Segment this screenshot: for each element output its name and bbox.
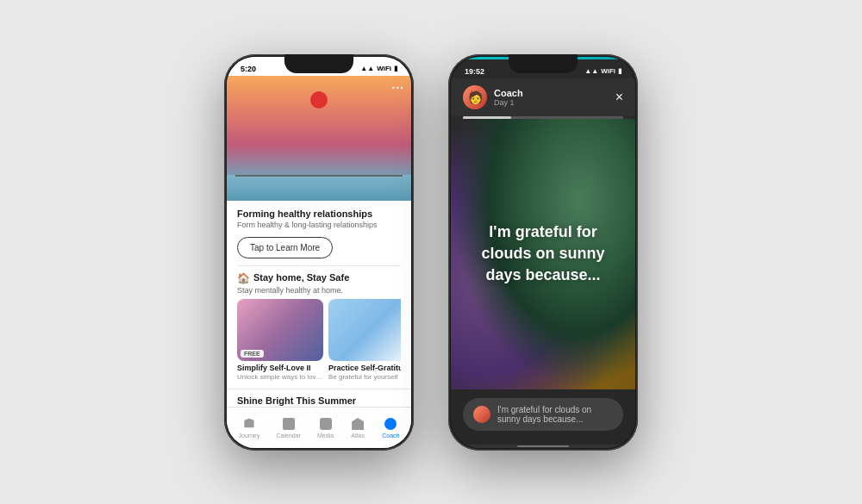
card-1-title: Simplify Self-Love II: [237, 364, 323, 373]
input-area[interactable]: I'm grateful for clouds on sunny days be…: [451, 389, 635, 445]
status-icons-left: ▲▲ WiFi ▮: [360, 65, 397, 72]
tab-bar: Journey Calendar Media Atlas: [227, 407, 411, 448]
tab-journey[interactable]: Journey: [239, 416, 260, 439]
shine-title: Shine Bright This Summer: [237, 395, 401, 407]
status-bar-left: 5:20 ▲▲ WiFi ▮: [227, 57, 411, 76]
coach-name: Coach: [494, 88, 523, 98]
status-icons-right: ▲▲ WiFi ▮: [584, 67, 622, 75]
card-2[interactable]: Practice Self-Gratitude Be grateful for …: [328, 299, 401, 381]
stay-home-emoji: 🏠: [237, 272, 250, 284]
coach-header: 🧑 Coach Day 1 ×: [451, 78, 635, 116]
content-area: Forming healthy relationships Form healt…: [227, 201, 411, 389]
coach-day: Day 1: [494, 98, 523, 107]
coach-info: 🧑 Coach Day 1: [463, 85, 523, 109]
section-subtitle: Form healthy & long-lasting relationship…: [237, 221, 401, 231]
free-badge: FREE: [240, 350, 264, 358]
time-left: 5:20: [240, 65, 256, 73]
atlas-icon: [350, 416, 365, 432]
tab-coach-label: Coach: [382, 432, 399, 439]
time-right: 19:52: [465, 67, 484, 76]
input-avatar-icon: [473, 406, 490, 423]
tab-atlas-label: Atlas: [351, 432, 365, 439]
home-indicator: [517, 445, 569, 447]
tab-coach[interactable]: Coach: [382, 416, 399, 439]
coach-avatar: 🧑: [463, 85, 487, 109]
stay-home-title: Stay home, Stay Safe: [253, 271, 349, 283]
learn-more-button[interactable]: Tap to Learn More: [237, 237, 333, 258]
right-phone: 19:52 ▲▲ WiFi ▮ 🧑 Coach Day 1 × I': [448, 54, 638, 451]
tab-calendar-label: Calendar: [277, 432, 301, 439]
fence-decoration: [235, 175, 403, 177]
card-1-sub: Unlock simple ways to love your...: [237, 373, 323, 382]
cards-row: FREE Simplify Self-Love II Unlock simple…: [237, 299, 401, 381]
home-indicator-area: [451, 445, 635, 448]
left-phone: 5:20 ▲▲ WiFi ▮ ··· Forming healthy relat…: [224, 54, 414, 451]
coach-icon: [383, 416, 398, 432]
more-button[interactable]: ···: [391, 81, 404, 95]
section-title: Forming healthy relationships: [237, 208, 401, 220]
gradient-background: I'm grateful for clouds on sunny days be…: [451, 119, 635, 389]
tab-journey-label: Journey: [239, 432, 260, 439]
input-placeholder-text: I'm grateful for clouds on sunny days be…: [497, 405, 613, 424]
water-decoration: [227, 175, 411, 201]
stay-home-sub: Stay mentally healthy at home.: [237, 286, 401, 296]
status-bar-right: 19:52 ▲▲ WiFi ▮: [451, 59, 635, 78]
tab-calendar[interactable]: Calendar: [277, 416, 301, 439]
card-1[interactable]: FREE Simplify Self-Love II Unlock simple…: [237, 299, 323, 381]
card-2-title: Practice Self-Gratitude: [328, 364, 401, 373]
journey-icon: [241, 416, 257, 432]
calendar-icon: [281, 416, 297, 432]
tab-media-label: Media: [317, 432, 334, 439]
input-box[interactable]: I'm grateful for clouds on sunny days be…: [463, 398, 623, 431]
card-2-image: [328, 299, 401, 361]
card-2-sub: Be grateful for yourself: [328, 373, 401, 382]
tab-media[interactable]: Media: [317, 416, 334, 439]
sun-decoration: [310, 91, 328, 109]
divider-1: [237, 265, 401, 266]
tab-atlas[interactable]: Atlas: [350, 416, 365, 439]
media-icon: [318, 416, 334, 432]
card-1-image: FREE: [237, 299, 323, 361]
stay-home-header: 🏠 Stay home, Stay Safe: [237, 271, 401, 283]
hero-image: ···: [227, 76, 411, 201]
gratitude-prompt: I'm grateful for clouds on sunny days be…: [468, 221, 618, 287]
close-button[interactable]: ×: [615, 90, 623, 105]
